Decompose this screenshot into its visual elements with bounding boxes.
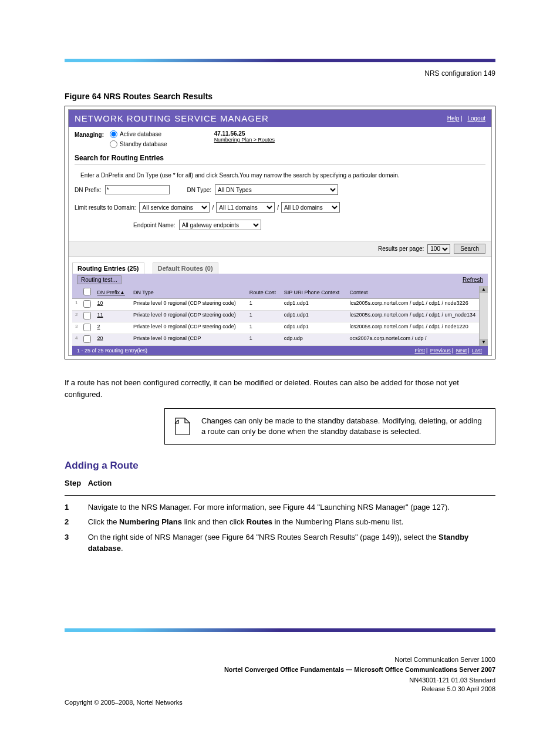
col-dn-prefix[interactable]: DN Prefix▲ [94, 286, 130, 299]
table-row: 4 20 Private level 0 regional (CDP 1 cdp… [72, 334, 488, 346]
body-paragraph: If a route has not been configured corre… [65, 377, 495, 400]
table-row: 1 10 Private level 0 regional (CDP steer… [72, 299, 488, 311]
screenshot-figure: NETWORK ROUTING SERVICE MANAGER Help | L… [65, 106, 495, 359]
tab-default-routes[interactable]: Default Routes (0) [153, 263, 218, 274]
footer-line4: Release 5.0 30 April 2008 [65, 685, 495, 694]
dn-prefix-link[interactable]: 10 [97, 300, 103, 306]
copyright: Copyright © 2005–2008, Nortel Networks [65, 698, 495, 707]
pager-first[interactable]: First [414, 348, 425, 354]
note-icon [172, 416, 193, 437]
refresh-link[interactable]: Refresh [463, 277, 483, 283]
col-sip-uri[interactable]: SIP URI Phone Context [281, 286, 347, 299]
search-button[interactable]: Search [454, 244, 485, 254]
note-box: Changes can only be made to the standby … [164, 408, 495, 445]
scrollbar[interactable]: ▲ ▼ [479, 286, 488, 346]
dn-prefix-label: DN Prefix: [75, 187, 102, 193]
l1-domain-select[interactable]: All L1 domains [216, 202, 275, 213]
logout-link[interactable]: Logout [467, 115, 485, 122]
row-checkbox[interactable] [83, 324, 91, 331]
table-row: 2 11 Private level 0 regional (CDP steer… [72, 311, 488, 322]
dn-prefix-link[interactable]: 11 [97, 312, 103, 318]
step-number: 1 [65, 502, 86, 513]
pager-last[interactable]: Last [472, 348, 482, 354]
section-heading: Adding a Route [65, 460, 495, 472]
footer-line1: Nortel Communication Server 1000 [65, 655, 495, 664]
ip-address: 47.11.56.25 [214, 130, 275, 137]
row-checkbox[interactable] [83, 335, 91, 343]
footer-line3: NN43001-121 01.03 Standard [65, 676, 495, 685]
routing-entries-table: DN Prefix▲ DN Type Route Cost SIP URI Ph… [72, 286, 488, 346]
scroll-up-icon[interactable]: ▲ [480, 286, 488, 293]
results-per-page-label: Results per page: [378, 245, 424, 252]
app-header: NETWORK ROUTING SERVICE MANAGER Help | L… [69, 110, 491, 127]
row-checkbox[interactable] [83, 312, 91, 319]
table-row: 3 2 Private level 0 regional (CDP steeri… [72, 322, 488, 334]
service-domain-select[interactable]: All service domains [139, 202, 210, 213]
pager-next[interactable]: Next [456, 348, 467, 354]
col-context[interactable]: Context [347, 286, 488, 299]
dn-prefix-link[interactable]: 2 [97, 324, 100, 329]
step-number: 3 [65, 531, 86, 543]
step-text: On the right side of NRS Manager (see Fi… [88, 531, 495, 554]
pager-previous[interactable]: Previous [430, 348, 451, 354]
footer-line2: Nortel Converged Office Fundamentals — M… [65, 665, 495, 674]
limit-domain-label: Limit results to Domain: [75, 204, 136, 211]
page-header-right: NRS configuration 149 [65, 69, 495, 78]
results-per-page-select[interactable]: 100 [427, 244, 450, 254]
step-header-label: Step [65, 477, 86, 489]
step-text: Navigate to the NRS Manager. For more in… [88, 502, 495, 513]
pager: First| Previous| Next| Last [413, 348, 483, 354]
help-link[interactable]: Help [447, 115, 460, 122]
col-route-cost[interactable]: Route Cost [247, 286, 281, 299]
radio-active-database[interactable]: Active database [110, 130, 167, 138]
l0-domain-select[interactable]: All L0 domains [281, 202, 340, 213]
routing-test-button[interactable]: Routing test... [77, 275, 122, 284]
step-text: Click the Numbering Plans link and then … [88, 516, 495, 528]
scroll-down-icon[interactable]: ▼ [480, 339, 488, 346]
breadcrumb[interactable]: Numbering Plan > Routes [214, 137, 275, 143]
step-header-action: Action [88, 477, 495, 489]
dn-type-select[interactable]: All DN Types [215, 184, 338, 195]
select-all-checkbox[interactable] [83, 288, 91, 295]
app-title: NETWORK ROUTING SERVICE MANAGER [75, 113, 269, 123]
tab-routing-entries[interactable]: Routing Entries (25) [72, 263, 144, 274]
managing-label: Managing: [75, 130, 104, 138]
step-number: 2 [65, 516, 86, 528]
col-dn-type[interactable]: DN Type [130, 286, 247, 299]
dn-prefix-input[interactable] [105, 185, 170, 194]
note-text: Changes can only be made to the standby … [201, 416, 488, 437]
dn-prefix-link[interactable]: 20 [97, 335, 103, 341]
endpoint-name-label: Endpoint Name: [133, 222, 176, 228]
row-checkbox[interactable] [83, 300, 91, 308]
dn-type-label: DN Type: [187, 187, 212, 193]
search-section-title: Search for Routing Entries [69, 152, 491, 164]
pagination-status: 1 - 25 of 25 Routing Entry(ies) [77, 348, 147, 354]
figure-title: Figure 64 NRS Routes Search Results [65, 92, 495, 101]
search-instruction: Enter a DnPrefix and Dn Type (use * for … [69, 167, 491, 184]
radio-standby-database[interactable]: Standby database [110, 140, 167, 148]
endpoint-select[interactable]: All gateway endpoints [179, 220, 261, 230]
